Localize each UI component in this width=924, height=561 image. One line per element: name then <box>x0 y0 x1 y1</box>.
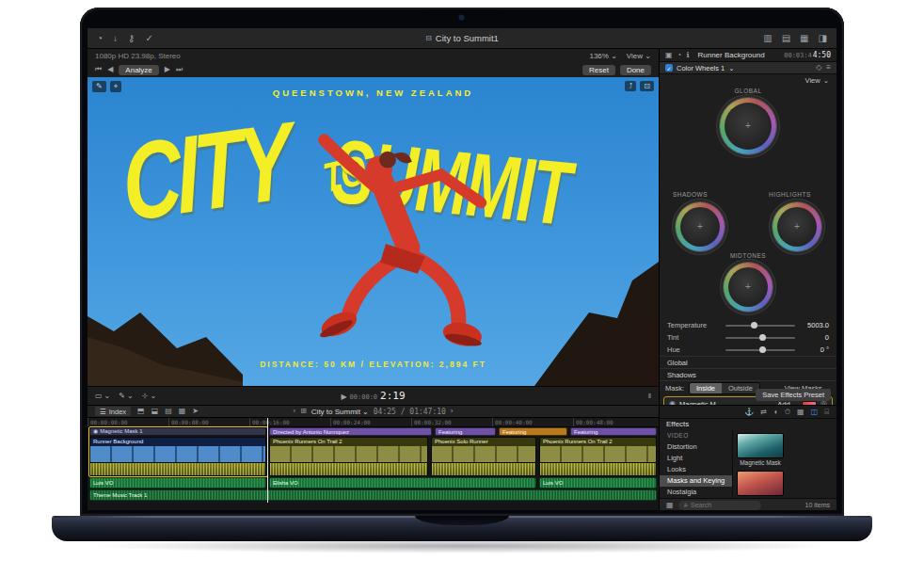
effect-magnetic-mask[interactable]: Magnetic Mask <box>737 433 784 467</box>
zoom-control[interactable]: 136% ⌄ <box>589 52 616 60</box>
crop-tool-dropdown[interactable]: ▭⌄ <box>95 392 110 400</box>
tint-slider[interactable] <box>725 337 795 339</box>
category-masks-and-keying[interactable]: Masks and Keying <box>660 475 732 487</box>
timeline-project-name[interactable]: City to Summit ⌄ <box>311 408 369 416</box>
audio-waveform[interactable] <box>539 463 657 476</box>
title-clip[interactable]: Featuring <box>499 427 567 436</box>
analyze-button[interactable]: Analyze <box>119 65 158 75</box>
video-clip[interactable]: Runner Background <box>89 437 266 463</box>
global-color-wheel[interactable] <box>720 98 776 154</box>
draw-tool-dropdown[interactable]: ✎⌄ <box>119 392 133 400</box>
timeline-ruler[interactable]: 00:00:00:00 00:00:08:00 00:00:16:00 00:0… <box>88 418 659 427</box>
audio-meters-icon[interactable]: ‖ <box>648 393 651 400</box>
audio-clip[interactable]: Luis VO <box>539 477 657 489</box>
next-project-icon[interactable]: › <box>451 408 454 415</box>
category-nostalgia[interactable]: Nostalgia <box>660 487 732 498</box>
play-backward-icon[interactable]: ◀ <box>107 66 113 73</box>
inspector-toggle-icon[interactable]: ◨ <box>819 34 827 43</box>
temperature-value[interactable]: 5003.0 <box>801 321 829 329</box>
video-inspector-icon[interactable]: ▣ <box>665 52 673 59</box>
category-light[interactable]: Light <box>660 453 732 464</box>
effect-name[interactable]: Color Wheels 1 <box>677 64 725 72</box>
audio-waveform[interactable] <box>89 463 266 476</box>
mask-inside-button[interactable]: Inside <box>690 383 722 393</box>
wheel-view-control[interactable]: View⌄ <box>660 74 836 86</box>
effects-filter-icon[interactable]: ▦ <box>666 502 674 509</box>
project-title[interactable]: ⊟ City to Summit1 <box>425 33 499 43</box>
color-inspector-icon[interactable]: ◔ <box>677 52 682 59</box>
timeline-toggle-icon[interactable]: ▦ <box>800 34 808 43</box>
tool-menu-icon[interactable]: ➤ <box>192 408 199 415</box>
category-distortion[interactable]: Distortion <box>660 441 732 453</box>
save-effects-preset-button[interactable]: Save Effects Preset <box>756 389 831 401</box>
effect-enabled-checkbox[interactable]: ✓ <box>665 64 673 72</box>
audio-waveform[interactable] <box>269 463 428 476</box>
transitions-browser-icon[interactable]: ⌸ <box>824 409 829 416</box>
previous-project-icon[interactable]: ‹ <box>293 408 295 415</box>
clip-appearance-icon-1[interactable]: ⬒ <box>137 408 145 415</box>
effect-menu-icon[interactable]: ≡ <box>826 64 831 72</box>
video-clip[interactable]: Phoenix Solo Runner <box>431 437 536 463</box>
connect-edit-icon[interactable]: ⚓ <box>744 409 754 416</box>
playhead[interactable] <box>267 418 268 503</box>
shadows-section-row[interactable]: Shadows <box>660 368 836 380</box>
previous-edit-icon[interactable]: ⏮ <box>95 66 102 73</box>
overwrite-edit-icon[interactable]: ⏱ <box>785 409 790 416</box>
display-options-icon[interactable]: ⊡ <box>640 81 654 91</box>
info-inspector-icon[interactable]: ℹ <box>686 52 689 59</box>
audio-clip[interactable]: Luis VO <box>89 477 266 489</box>
video-clip[interactable]: Phoenix Runners On Trail 2 <box>539 437 657 463</box>
clip-appearance-icon-3[interactable]: ▤ <box>165 408 172 415</box>
global-section-row[interactable]: Global <box>660 356 836 368</box>
tools-icon[interactable]: ▦ <box>797 409 805 416</box>
temperature-slider[interactable] <box>725 325 795 327</box>
hue-value[interactable]: 0 ° <box>801 345 829 354</box>
browser-toggle-icon[interactable]: ▤ <box>782 34 790 43</box>
transform-overlay-icon[interactable]: ⌖ <box>110 81 122 92</box>
import-media-icon[interactable]: ↓ <box>113 34 118 43</box>
audio-clip[interactable]: Elisha VO <box>269 477 536 489</box>
project-grid-icon[interactable]: ⊞ <box>300 408 307 415</box>
highlights-color-wheel[interactable] <box>773 202 821 251</box>
tint-value[interactable]: 0 <box>801 333 829 342</box>
effect-scene-removal-mask[interactable]: Scene Removal Mask <box>737 471 784 498</box>
search-pill[interactable]: ⌕ <box>678 501 761 510</box>
title-clip[interactable]: Directed by Antonio Nunnquez <box>269 427 432 436</box>
background-tasks-icon[interactable]: ◔ <box>97 34 103 43</box>
draw-mask-icon[interactable]: ✎ <box>92 81 106 92</box>
effects-search-input[interactable] <box>691 502 747 508</box>
title-clip[interactable]: Featuring <box>570 427 657 436</box>
next-edit-icon[interactable]: ⏭ <box>176 66 183 73</box>
inspector-header: ▣ ◔ ℹ Runner Background 00:03:4 4:50 <box>660 49 836 62</box>
insert-edit-icon[interactable]: ⇄ <box>760 409 767 416</box>
magnetic-mask-clip[interactable]: ◉Magnetic Mask 1 <box>89 427 266 436</box>
music-clip[interactable]: Theme Music Track 1 <box>89 489 657 501</box>
category-looks[interactable]: Looks <box>660 464 732 475</box>
effects-browser-icon[interactable]: ◫ <box>811 409 819 416</box>
hue-row: Hue 0 ° <box>660 344 836 356</box>
mask-outside-button[interactable]: Outside <box>722 383 759 393</box>
clip-appearance-icon-2[interactable]: ⬓ <box>151 408 159 415</box>
view-options-control[interactable]: View ⌄ <box>627 52 651 60</box>
keyword-editor-icon[interactable]: ⚷ <box>128 34 135 43</box>
reset-button[interactable]: Reset <box>582 65 615 75</box>
video-clip[interactable]: Phoenix Runners On Trail 2 <box>269 437 428 463</box>
share-frame-icon[interactable]: ⤴ <box>625 81 636 91</box>
keyframe-icon[interactable]: ◇ <box>816 64 821 72</box>
color-params: Temperature 5003.0 Tint 0 Hue 0 ° <box>660 317 836 356</box>
play-button[interactable]: ▶ <box>341 393 346 401</box>
viewer-canvas[interactable]: ✎ ⌖ ⤴ ⊡ QUEENSTOWN, NEW ZEALAND CITY TO … <box>88 77 659 386</box>
midtones-color-wheel[interactable] <box>724 263 773 312</box>
clip-appearance-icon-4[interactable]: ▦ <box>179 408 186 415</box>
sidebar-toggle-icon[interactable]: ▥ <box>763 34 772 43</box>
title-clip[interactable]: Featuring <box>435 427 496 436</box>
shadows-color-wheel[interactable] <box>676 202 725 251</box>
done-button[interactable]: Done <box>620 65 651 75</box>
object-tracking-icon[interactable]: ✓ <box>145 34 152 43</box>
hue-dial[interactable] <box>725 349 795 351</box>
play-forward-icon[interactable]: ▶ <box>165 66 170 73</box>
audio-waveform[interactable] <box>431 463 536 476</box>
index-button[interactable]: ☰Index <box>95 407 131 416</box>
transform-tool-dropdown[interactable]: ⊹⌄ <box>142 392 156 400</box>
append-edit-icon[interactable]: ◖ <box>773 409 778 416</box>
